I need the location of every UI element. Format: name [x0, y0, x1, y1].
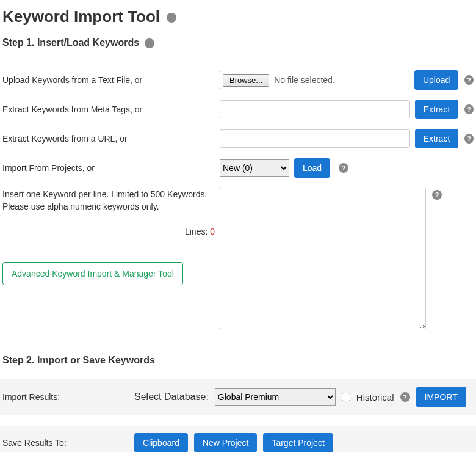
textarea-label: Insert one Keyword per line. Limited to …: [2, 189, 215, 213]
help-icon[interactable]: ?: [167, 13, 176, 23]
step1-heading-text: Step 1. Insert/Load Keywords: [2, 37, 139, 48]
page-title: Keyword Import Tool ?: [2, 7, 474, 26]
database-select[interactable]: Global Premium: [215, 388, 336, 406]
help-icon[interactable]: ?: [339, 163, 348, 173]
extract-meta-button[interactable]: Extract: [415, 100, 459, 119]
lines-count: 0: [210, 227, 215, 236]
historical-checkbox[interactable]: [342, 393, 350, 401]
load-button[interactable]: Load: [294, 158, 330, 178]
url-label: Extract Keywords from a URL, or: [2, 134, 215, 144]
projects-label: Import From Projects, or: [2, 163, 215, 173]
help-icon[interactable]: ?: [464, 134, 474, 144]
textarea-row: Insert one Keyword per line. Limited to …: [2, 183, 474, 334]
projects-row: Import From Projects, or New (0) Load ?: [2, 153, 474, 183]
advanced-tool-button[interactable]: Advanced Keyword Import & Manager Tool: [2, 262, 183, 285]
meta-input[interactable]: [220, 100, 410, 118]
upload-button[interactable]: Upload: [414, 70, 458, 90]
help-icon[interactable]: ?: [145, 38, 154, 48]
keywords-textarea[interactable]: [220, 188, 426, 329]
lines-counter: Lines: 0: [2, 227, 215, 236]
step1-heading: Step 1. Insert/Load Keywords ?: [2, 37, 474, 48]
file-input[interactable]: Browse... No file selected.: [220, 71, 409, 89]
url-row: Extract Keywords from a URL, or Extract …: [2, 124, 474, 153]
extract-url-button[interactable]: Extract: [415, 129, 459, 148]
import-results-row: Import Results: Select Database: Global …: [0, 379, 476, 415]
projects-select[interactable]: New (0): [220, 159, 289, 177]
help-icon[interactable]: ?: [400, 392, 410, 402]
import-button[interactable]: IMPORT: [416, 387, 466, 407]
historical-label: Historical: [356, 392, 394, 403]
help-icon[interactable]: ?: [464, 75, 474, 85]
help-icon[interactable]: ?: [432, 190, 442, 200]
meta-label: Extract Keywords from Meta Tags, or: [2, 104, 215, 114]
select-database-label: Select Database:: [134, 392, 209, 403]
import-results-label: Import Results:: [2, 392, 128, 402]
upload-row: Upload Keywords from a Text File, or Bro…: [2, 65, 474, 95]
divider: [2, 219, 215, 219]
save-results-label: Save Results To:: [2, 438, 128, 448]
url-input[interactable]: [220, 129, 410, 148]
file-status-text: No file selected.: [274, 75, 335, 85]
new-project-button[interactable]: New Project: [194, 433, 257, 452]
upload-label: Upload Keywords from a Text File, or: [2, 75, 215, 85]
help-icon[interactable]: ?: [464, 104, 474, 114]
page-title-text: Keyword Import Tool: [2, 7, 160, 26]
browse-button[interactable]: Browse...: [223, 74, 269, 87]
step2-heading: Step 2. Import or Save Keywords: [2, 355, 474, 366]
target-project-button[interactable]: Target Project: [263, 433, 333, 452]
lines-label: Lines:: [185, 227, 210, 236]
save-results-row: Save Results To: Clipboard New Project T…: [0, 426, 476, 452]
clipboard-button[interactable]: Clipboard: [134, 433, 188, 452]
meta-row: Extract Keywords from Meta Tags, or Extr…: [2, 95, 474, 124]
